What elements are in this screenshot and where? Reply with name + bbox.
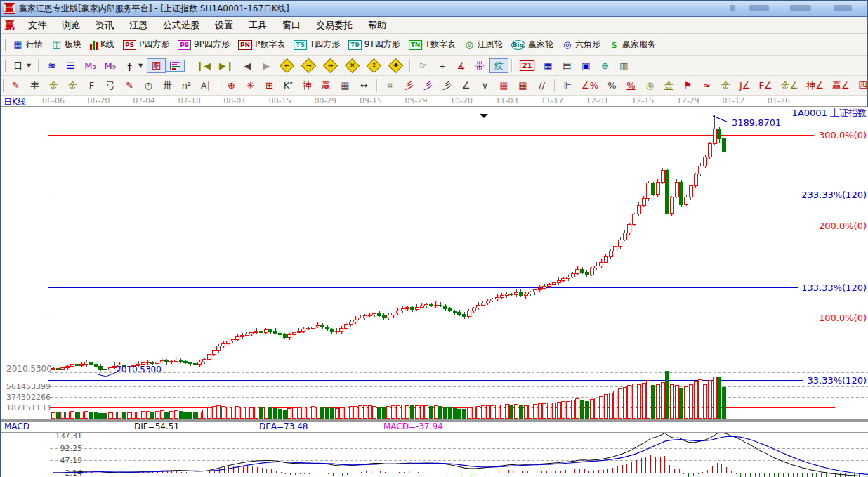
gold-section-icon[interactable]: 金: [44, 78, 63, 93]
gold2-icon[interactable]: 金: [716, 78, 735, 93]
angle-lines-icon[interactable]: ∠: [456, 78, 475, 93]
red-star-icon[interactable]: ✳: [241, 78, 260, 93]
menu-item-浏览[interactable]: 浏览: [54, 19, 88, 31]
pan-left-icon[interactable]: ←: [276, 58, 298, 73]
compress-icon[interactable]: ✕: [341, 58, 363, 73]
si-angle-icon[interactable]: 四∠: [854, 78, 868, 93]
red-fan-icon[interactable]: 彡: [400, 78, 419, 93]
percent-icon[interactable]: %: [603, 78, 622, 93]
j-angle-icon[interactable]: J∠: [735, 78, 755, 93]
zigzag-lines-icon[interactable]: ∨: [475, 78, 494, 93]
expand-all-icon[interactable]: ✚: [385, 58, 407, 73]
arc-section-icon[interactable]: 弓: [101, 78, 120, 93]
calendar-icon[interactable]: 21: [515, 58, 539, 73]
draw-pen-icon[interactable]: ✎: [6, 78, 25, 93]
first-page-icon[interactable]: ❙◀: [192, 58, 215, 73]
slash-lines-icon[interactable]: //: [532, 78, 551, 93]
menu-item-资讯[interactable]: 资讯: [88, 19, 121, 31]
last-page-icon[interactable]: ▶❙: [215, 58, 238, 73]
flag-pen-icon[interactable]: ⚑: [678, 78, 697, 93]
main-chart[interactable]: 300.0%(0)233.33%(120)200.0%(0)133.33%(12…: [1, 107, 868, 477]
comb-cycle-icon[interactable]: 卅: [158, 78, 177, 93]
menu-item-设置[interactable]: 设置: [207, 19, 241, 31]
t-number-table-button[interactable]: TNT数字表: [405, 37, 460, 53]
kline-button[interactable]: K线: [86, 37, 119, 53]
percent-line-icon[interactable]: %: [622, 78, 640, 93]
chart-canvas[interactable]: 300.0%(0)233.33%(120)200.0%(0)133.33%(12…: [1, 107, 868, 477]
pattern-tool-icon[interactable]: 图: [147, 58, 166, 73]
gold-line-icon[interactable]: 金: [659, 78, 678, 93]
gold-section2-icon[interactable]: 金: [63, 78, 82, 93]
hand-tool-icon[interactable]: ☞: [414, 58, 433, 73]
info-panel-icon[interactable]: ☰: [61, 58, 80, 73]
dark-fan-box-icon[interactable]: 彡: [438, 78, 456, 93]
menu-item-交易委托[interactable]: 交易委托: [308, 19, 360, 31]
red-target-icon[interactable]: ⊕: [222, 78, 241, 93]
purple-fan-box-icon[interactable]: 彡: [419, 78, 438, 93]
n2-cycle-icon[interactable]: n²: [177, 78, 196, 93]
web-export-icon[interactable]: ⊕: [596, 58, 614, 73]
menu-item-江恩[interactable]: 江恩: [121, 19, 155, 31]
shen-tool-icon[interactable]: 神: [298, 78, 317, 93]
crosshair-tool-icon[interactable]: ＋: [433, 58, 452, 73]
percent-angle-icon[interactable]: ∠%: [577, 78, 603, 93]
red-wave-icon[interactable]: ≈: [697, 78, 716, 93]
f-section-icon[interactable]: F: [82, 78, 101, 93]
p-square-button[interactable]: PSP四方形: [119, 37, 173, 53]
pan-right-icon[interactable]: →: [298, 58, 320, 73]
price-ruler-icon[interactable]: ⊫: [558, 78, 577, 93]
market-quotes-button[interactable]: ▦行情: [8, 37, 47, 53]
print-icon[interactable]: ▥: [614, 58, 633, 73]
9t-square-button[interactable]: T99T四方形: [344, 37, 404, 53]
zoom-vertical-icon[interactable]: ↕: [363, 58, 385, 73]
red-grid2-icon[interactable]: ▦: [494, 78, 513, 93]
9p-square-button[interactable]: P99P四方形: [173, 37, 234, 53]
gann-grid-icon[interactable]: 丰: [25, 78, 44, 93]
grid-123-icon[interactable]: ▦: [336, 78, 355, 93]
range-box-icon[interactable]: ⌗: [381, 78, 400, 93]
notes-icon[interactable]: ▤: [558, 58, 577, 73]
zoom-out-horizontal-icon[interactable]: ↔: [320, 58, 341, 73]
gold-angle-icon[interactable]: 金∠: [777, 78, 803, 93]
calculator-icon[interactable]: ▦: [539, 58, 558, 73]
width-measure-icon[interactable]: ↔: [355, 78, 374, 93]
wave-9-icon[interactable]: M₉: [100, 58, 120, 73]
save-icon[interactable]: ▣: [577, 58, 596, 73]
draw-pen2-icon[interactable]: ✎: [120, 78, 139, 93]
menu-item-文件[interactable]: 文件: [20, 19, 54, 31]
menu-item-公式选股[interactable]: 公式选股: [155, 19, 207, 31]
title-bar[interactable]: 赢 赢家江恩专业版[赢家内部服务平台] - [上证指数 SH1A0001-167…: [1, 1, 867, 17]
volume-profile-icon[interactable]: [166, 60, 185, 72]
winner-service-button[interactable]: $赢家服务: [605, 37, 660, 53]
menu-item-窗口[interactable]: 窗口: [275, 19, 308, 31]
angle-measure-icon[interactable]: ∡: [452, 58, 471, 73]
winner-wheel-button[interactable]: Big赢家轮: [507, 37, 558, 53]
shen-angle-icon[interactable]: 神∠: [802, 78, 828, 93]
k-angle-icon[interactable]: K″: [279, 78, 298, 93]
ying-angle-icon[interactable]: 赢∠: [828, 78, 854, 93]
gann-wheel-button[interactable]: ◎江恩轮: [460, 37, 507, 53]
p-number-table-button[interactable]: PNP数字表: [234, 37, 289, 53]
scroll-marker-icon[interactable]: [480, 114, 488, 118]
t-square-button[interactable]: TST四方形: [289, 37, 344, 53]
hexagon-button[interactable]: ◎六角形: [558, 37, 605, 53]
f-angle-icon[interactable]: F∠: [755, 78, 777, 93]
wave-3-icon[interactable]: M₃: [80, 58, 100, 73]
menu-item-帮助[interactable]: 帮助: [360, 19, 394, 31]
ying-tool-icon[interactable]: 赢: [317, 78, 336, 93]
red-grid3-icon[interactable]: ▦: [513, 78, 532, 93]
period-day-dropdown[interactable]: 日▼: [8, 58, 35, 73]
gold-circle-icon[interactable]: ◎: [640, 78, 659, 93]
red-grid-box-icon[interactable]: ⊞: [260, 78, 279, 93]
ribbon-tool-icon[interactable]: 带: [471, 58, 489, 73]
next-page-icon[interactable]: ▶: [257, 58, 276, 73]
a-angle-icon[interactable]: A|: [196, 78, 215, 93]
candle-style-dropdown[interactable]: ǂ▼: [120, 58, 147, 73]
time-cycle-icon[interactable]: ◷: [139, 78, 158, 93]
prev-page-icon[interactable]: ◀: [238, 58, 257, 73]
pattern-match-icon[interactable]: 纹: [489, 58, 508, 73]
menu-item-工具[interactable]: 工具: [241, 19, 275, 31]
toolbar-grip: [2, 60, 6, 72]
wave-overlay-icon[interactable]: ≋: [42, 58, 61, 73]
sectors-button[interactable]: ◫板块: [47, 37, 86, 53]
